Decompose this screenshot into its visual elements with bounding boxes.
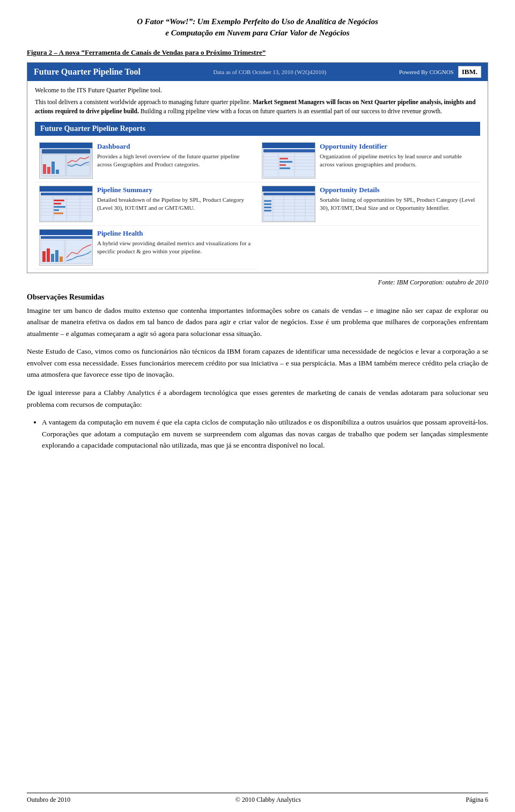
thumb-ps-inner: [40, 186, 92, 222]
svg-rect-62: [40, 230, 93, 235]
tool-description: This tool delivers a consistent worldwid…: [35, 98, 480, 116]
paragraph-1: Imagine ter um banco de dados muito exte…: [27, 305, 488, 340]
svg-rect-46: [263, 196, 315, 221]
report-item-dashboard: Dashboard Provides a high level overview…: [35, 139, 258, 182]
reports-section-header: Future Quarter Pipeline Reports: [35, 122, 480, 136]
svg-rect-69: [55, 250, 58, 262]
thumb-svg-oi: [262, 143, 315, 179]
svg-rect-7: [56, 170, 59, 174]
report-title-pipeline-health[interactable]: Pipeline Health: [97, 229, 253, 238]
thumb-oi-inner: [262, 143, 315, 178]
thumb-svg-ph: [40, 230, 93, 266]
report-text-opportunity-identifier: Opportunity Identifier Organization of p…: [320, 142, 476, 179]
ibm-logo: IBM.: [458, 66, 481, 78]
welcome-text: Welcome to the ITS Future Quarter Pipeli…: [35, 86, 480, 94]
svg-rect-58: [264, 203, 271, 205]
report-title-pipeline-summary[interactable]: Pipeline Summary: [97, 186, 253, 194]
report-text-pipeline-summary: Pipeline Summary Detailed breakdown of t…: [97, 186, 253, 222]
paragraph-2: Neste Estudo de Caso, vimos como os func…: [27, 346, 488, 381]
report-thumbnail-dashboard: [39, 142, 93, 179]
svg-rect-4: [43, 164, 46, 174]
thumb-dashboard-inner: [40, 143, 92, 178]
page-footer: Outubro de 2010 © 2010 Clabby Analytics …: [27, 793, 488, 804]
section-title-observacoes: Observações Resumidas: [27, 293, 488, 302]
paragraph-3: De igual interesse para a Clabby Analyti…: [27, 387, 488, 410]
svg-rect-45: [263, 193, 315, 195]
report-thumbnail-pipeline-health: [39, 229, 93, 266]
svg-rect-11: [262, 143, 315, 148]
report-desc-opportunity-identifier: Organization of pipeline metrics by lead…: [320, 152, 476, 169]
report-item-opportunity-identifier: Opportunity Identifier Organization of p…: [258, 139, 480, 182]
report-text-opportunity-details: Opportunity Details Sortable listing of …: [320, 186, 476, 222]
svg-rect-6: [52, 162, 55, 174]
footer-left: Outubro de 2010: [27, 796, 70, 804]
svg-rect-23: [279, 164, 286, 166]
svg-rect-63: [41, 236, 92, 239]
main-title: O Fator “Wow!”: Um Exemplo Perfeito do U…: [27, 16, 488, 39]
footer-right: Página 6: [466, 796, 488, 804]
svg-rect-60: [264, 210, 271, 211]
svg-rect-68: [51, 254, 54, 262]
svg-rect-3: [67, 165, 90, 176]
bullet-list: A vantagem da computação em nuvem é que …: [42, 416, 488, 451]
svg-rect-42: [54, 213, 63, 214]
bullet-item-1: A vantagem da computação em nuvem é que …: [42, 416, 488, 451]
reports-grid: Dashboard Provides a high level overview…: [35, 139, 480, 269]
report-title-opportunity-details[interactable]: Opportunity Details: [320, 186, 476, 194]
svg-rect-70: [60, 257, 63, 262]
page-header: O Fator “Wow!”: Um Exemplo Perfeito do U…: [27, 16, 488, 39]
pipeline-tool-body: Welcome to the ITS Future Quarter Pipeli…: [27, 81, 488, 273]
svg-rect-5: [47, 167, 50, 174]
svg-rect-41: [54, 209, 59, 211]
report-desc-opportunity-details: Sortable listing of opportunities by SPL…: [320, 196, 476, 213]
powered-by-text: Powered By COGNOS: [399, 69, 454, 75]
thumb-ph-inner: [40, 230, 92, 265]
tool-date: Data as of COB October 13, 2010 (W2Q4201…: [213, 69, 326, 75]
thumb-svg-od: [262, 186, 315, 222]
svg-rect-38: [54, 200, 64, 201]
source-line: Fonte: IBM Corporation: outubro de 2010: [27, 279, 488, 287]
report-title-opportunity-identifier[interactable]: Opportunity Identifier: [320, 142, 476, 151]
report-text-pipeline-health: Pipeline Health A hybrid view providing …: [97, 229, 253, 266]
pipeline-tool-header: Future Quarter Pipeline Tool Data as of …: [27, 63, 488, 81]
svg-rect-13: [263, 153, 315, 177]
page: O Fator “Wow!”: Um Exemplo Perfeito do U…: [0, 0, 515, 812]
report-desc-pipeline-summary: Detailed breakdown of the Pipeline by SP…: [97, 196, 253, 213]
report-item-opportunity-details: Opportunity Details Sortable listing of …: [258, 182, 480, 226]
report-item-pipeline-summary: Pipeline Summary Detailed breakdown of t…: [35, 182, 258, 226]
svg-rect-24: [279, 167, 290, 169]
report-desc-pipeline-health: A hybrid view providing detailed metrics…: [97, 239, 253, 256]
svg-rect-66: [42, 251, 46, 262]
svg-rect-44: [262, 186, 315, 192]
svg-rect-27: [41, 193, 92, 195]
report-thumbnail-opportunity-details: [262, 186, 315, 222]
report-item-pipeline-health: Pipeline Health A hybrid view providing …: [35, 226, 258, 269]
thumb-od-inner: [262, 186, 315, 222]
svg-rect-12: [263, 149, 315, 152]
svg-rect-21: [279, 158, 288, 159]
figure-caption: Figura 2 – A nova “Ferramenta de Canais …: [27, 48, 488, 57]
svg-rect-39: [54, 203, 61, 204]
report-thumbnail-opportunity-identifier: [262, 142, 315, 179]
report-desc-dashboard: Provides a high level overview of the fu…: [97, 152, 253, 169]
svg-rect-0: [42, 149, 90, 153]
report-text-dashboard: Dashboard Provides a high level overview…: [97, 142, 253, 179]
svg-rect-57: [264, 200, 271, 202]
svg-rect-22: [279, 161, 292, 163]
thumb-svg-dashboard: [40, 143, 93, 179]
svg-rect-26: [40, 186, 93, 192]
svg-rect-67: [47, 248, 50, 262]
powered-by-section: Powered By COGNOS IBM.: [399, 66, 481, 78]
footer-center: © 2010 Clabby Analytics: [236, 796, 301, 804]
pipeline-tool-box: Future Quarter Pipeline Tool Data as of …: [27, 62, 488, 273]
thumb-svg-ps: [40, 186, 93, 222]
svg-rect-40: [54, 206, 65, 208]
report-title-dashboard[interactable]: Dashboard: [97, 142, 253, 151]
svg-rect-59: [264, 207, 271, 208]
report-thumbnail-pipeline-summary: [39, 186, 93, 222]
tool-title: Future Quarter Pipeline Tool: [34, 67, 141, 77]
